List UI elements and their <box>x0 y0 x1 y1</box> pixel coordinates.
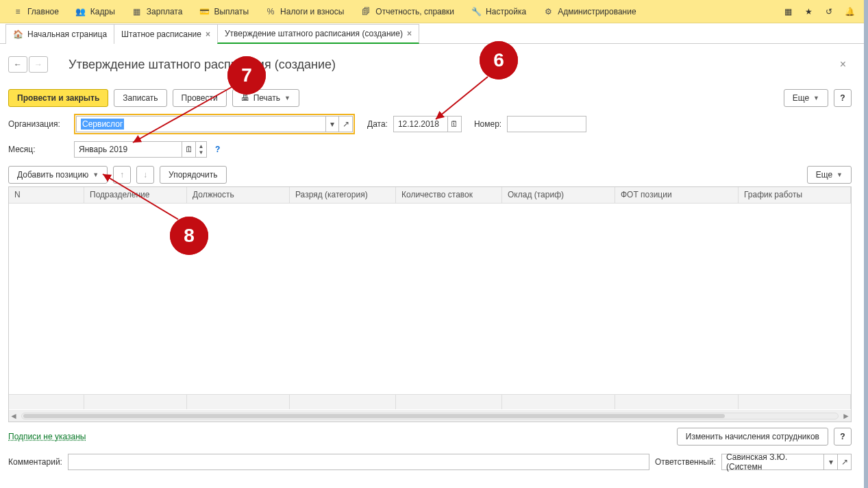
table-more-button[interactable]: Еще▼ <box>807 166 852 184</box>
annotation-7: 7 <box>227 56 266 95</box>
move-up-button[interactable]: ↑ <box>113 166 131 184</box>
tab-label: Утверждение штатного расписания (создани… <box>225 29 403 38</box>
anno-label: 7 <box>241 64 252 86</box>
menu-label: Главное <box>27 7 59 16</box>
col-schedule[interactable]: График работы <box>739 187 851 203</box>
comment-label: Комментарий: <box>8 457 62 467</box>
menu-label: Кадры <box>90 7 115 16</box>
printer-icon: 🖶 <box>241 93 249 103</box>
order-button[interactable]: Упорядочить <box>160 166 226 184</box>
grid-body[interactable] <box>9 204 851 406</box>
anno-label: 8 <box>184 225 195 247</box>
calendar-icon[interactable]: 🗓 <box>182 141 196 158</box>
org-dropdown-icon[interactable]: ▾ <box>325 116 339 132</box>
tab-label: Начальная страница <box>27 29 107 39</box>
menu-item-main[interactable]: ≡Главное <box>4 0 67 23</box>
btn-label: Изменить начисления сотрудников <box>686 432 819 441</box>
history-icon[interactable]: ↺ <box>819 0 839 23</box>
date-label: Дата: <box>367 119 388 129</box>
org-label: Организация: <box>8 119 69 129</box>
post-and-close-button[interactable]: Провести и закрыть <box>8 89 108 107</box>
tab-home[interactable]: 🏠 Начальная страница <box>5 24 114 44</box>
change-accruals-button[interactable]: Изменить начисления сотрудников <box>677 428 828 446</box>
more-button[interactable]: Еще▼ <box>784 89 828 107</box>
org-field-group: Сервислог ▾ ↗ <box>74 114 355 134</box>
positions-grid[interactable]: N Подразделение Должность Разряд (катего… <box>8 186 852 422</box>
col-n[interactable]: N <box>9 187 84 203</box>
responsible-label: Ответственный: <box>655 457 716 467</box>
col-fot[interactable]: ФОТ позиции <box>615 187 739 203</box>
tab-approve-staffing[interactable]: Утверждение штатного расписания (создани… <box>217 24 419 44</box>
scroll-left-icon[interactable]: ◄ <box>9 411 18 421</box>
col-dept[interactable]: Подразделение <box>84 187 187 203</box>
btn-label: Записать <box>123 93 158 103</box>
bell-icon[interactable]: 🔔 <box>839 0 860 23</box>
btn-label: Добавить позицию <box>17 170 88 180</box>
org-input[interactable]: Сервислог <box>76 116 325 132</box>
apps-icon[interactable]: ▦ <box>778 0 798 23</box>
tab-label: Штатное расписание <box>121 29 201 39</box>
anno-label: 6 <box>493 49 504 71</box>
col-position[interactable]: Должность <box>187 187 290 203</box>
menu-icon: ≡ <box>12 6 23 17</box>
month-stepper[interactable]: ▲▼ <box>196 141 207 158</box>
action-toolbar: Провести и закрыть Записать Провести 🖶Пе… <box>8 89 852 107</box>
horizontal-scrollbar[interactable]: ◄ ► <box>9 410 851 422</box>
grid-footer <box>9 394 851 409</box>
menu-item-salary[interactable]: ▦Зарплата <box>123 0 191 23</box>
card-icon: 💳 <box>199 6 210 17</box>
month-help-link[interactable]: ? <box>212 145 223 154</box>
nav-forward-button[interactable]: → <box>29 56 48 73</box>
help-button[interactable]: ? <box>834 428 852 446</box>
responsible-input[interactable]: Савинская З.Ю. (Системн <box>721 454 824 470</box>
calendar-icon[interactable]: 🗓 <box>448 116 462 132</box>
star-icon[interactable]: ★ <box>798 0 819 23</box>
btn-label: Упорядочить <box>169 170 217 180</box>
page-title: Утверждение штатного расписания (создани… <box>69 58 336 72</box>
responsible-value: Савинская З.Ю. (Системн <box>726 452 819 472</box>
tab-bar: 🏠 Начальная страница Штатное расписание … <box>0 23 864 44</box>
tab-staffing[interactable]: Штатное расписание × <box>114 24 218 44</box>
menu-item-reports[interactable]: 🗐Отчетность, справки <box>352 0 462 23</box>
menu-label: Отчетность, справки <box>375 7 454 16</box>
btn-label: Еще <box>793 93 809 103</box>
nav-back-button[interactable]: ← <box>8 56 27 73</box>
number-input[interactable] <box>507 116 586 132</box>
main-menu: ≡Главное 👥Кадры ▦Зарплата 💳Выплаты %Нало… <box>0 0 864 23</box>
help-button[interactable]: ? <box>834 89 852 107</box>
post-button[interactable]: Провести <box>173 89 227 107</box>
close-icon[interactable]: × <box>407 29 412 38</box>
menu-item-admin[interactable]: ⚙Администрирование <box>534 0 644 23</box>
add-position-button[interactable]: Добавить позицию▼ <box>8 166 108 184</box>
close-icon[interactable]: × <box>206 29 210 39</box>
signatures-link[interactable]: Подписи не указаны <box>8 432 86 441</box>
menu-item-hr[interactable]: 👥Кадры <box>67 0 123 23</box>
menu-item-settings[interactable]: 🔧Настройка <box>462 0 534 23</box>
write-button[interactable]: Записать <box>114 89 166 107</box>
menu-item-taxes[interactable]: %Налоги и взносы <box>257 0 352 23</box>
org-value: Сервислог <box>81 119 124 130</box>
menu-item-payments[interactable]: 💳Выплаты <box>190 0 257 23</box>
col-rates[interactable]: Количество ставок <box>396 187 502 203</box>
annotation-6: 6 <box>480 41 518 80</box>
col-grade[interactable]: Разряд (категория) <box>290 187 396 203</box>
responsible-dropdown-icon[interactable]: ▾ <box>824 454 838 470</box>
month-input[interactable]: Январь 2019 <box>74 141 182 158</box>
responsible-open-icon[interactable]: ↗ <box>838 454 852 470</box>
move-down-button[interactable]: ↓ <box>136 166 154 184</box>
wrench-icon: 🔧 <box>471 6 482 17</box>
chevron-down-icon: ▼ <box>813 95 819 101</box>
menu-label: Зарплата <box>147 7 183 16</box>
scroll-right-icon[interactable]: ► <box>841 411 851 421</box>
col-salary[interactable]: Оклад (тариф) <box>502 187 615 203</box>
comment-input[interactable] <box>68 454 649 470</box>
page-content: ← → Утверждение штатного расписания (соз… <box>0 44 860 488</box>
month-label: Месяц: <box>8 145 69 154</box>
date-input[interactable]: 12.12.2018 <box>393 116 448 132</box>
chevron-down-icon: ▼ <box>284 95 290 101</box>
chevron-down-icon: ▼ <box>92 171 99 178</box>
annotation-8: 8 <box>170 217 208 255</box>
chevron-down-icon: ▼ <box>836 171 843 178</box>
close-page-icon[interactable]: × <box>834 56 852 73</box>
org-open-icon[interactable]: ↗ <box>339 116 353 132</box>
